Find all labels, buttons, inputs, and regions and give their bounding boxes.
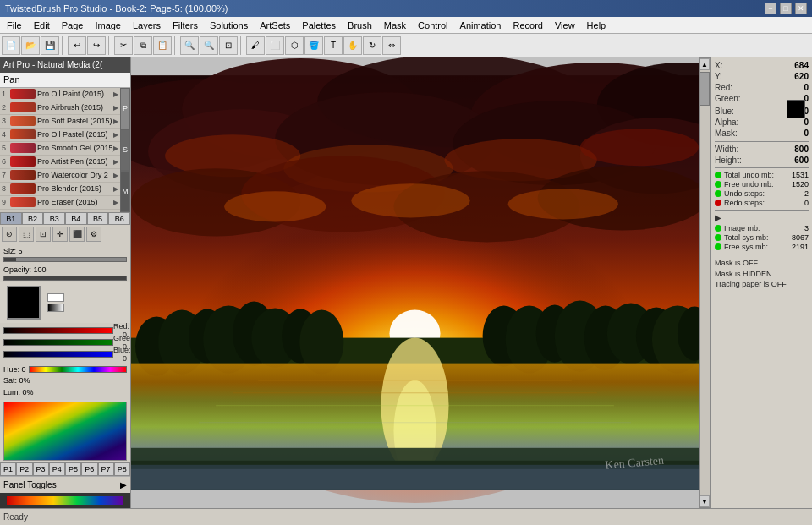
palette-tab-p1[interactable]: P1 — [0, 462, 16, 476]
menu-item-file[interactable]: File — [2, 19, 27, 32]
redo-button[interactable]: ↪ — [87, 36, 106, 55]
move-icon[interactable]: ✛ — [52, 227, 68, 242]
menu-item-control[interactable]: Control — [413, 19, 453, 32]
b-button-b1[interactable]: B1 — [0, 212, 22, 226]
menu-item-palettes[interactable]: Palettes — [297, 19, 341, 32]
total-undo-label: Total undo mb: — [724, 171, 792, 179]
palette-tab-p7[interactable]: P7 — [98, 462, 114, 476]
vertical-scrollbar[interactable]: ▲ ▼ — [699, 57, 710, 508]
mirror-button[interactable]: ⇔ — [382, 36, 401, 55]
eraser-tool-button[interactable]: ⬜ — [266, 36, 284, 55]
cut-button[interactable]: ✂ — [114, 36, 133, 55]
undo-button[interactable]: ↩ — [68, 36, 86, 55]
x-coord-row: X: 684 — [715, 61, 809, 70]
b-button-b4[interactable]: B4 — [65, 212, 87, 226]
p-button[interactable]: P — [120, 88, 130, 129]
minimize-button[interactable]: − — [765, 3, 776, 14]
palette-tab-p3[interactable]: P3 — [33, 462, 49, 476]
save-button[interactable]: 💾 — [41, 36, 59, 55]
palette-tab-p2[interactable]: P2 — [16, 462, 32, 476]
menu-item-edit[interactable]: Edit — [29, 19, 55, 32]
hue-slider[interactable] — [29, 366, 127, 373]
green-bar[interactable] — [3, 339, 113, 346]
b-buttons-row: B1B2B3B4B5B6 — [0, 212, 130, 226]
menu-item-filters[interactable]: Filters — [167, 19, 203, 32]
redo-steps-row: Redo steps: 0 — [715, 199, 809, 207]
fill-tool-button[interactable]: 🪣 — [304, 36, 323, 55]
select-tool-button[interactable]: ⬡ — [285, 36, 304, 55]
total-sys-dot — [715, 234, 721, 241]
brush-item-1[interactable]: 1 Pro Oil Paint (2015) ▶ — [0, 88, 120, 101]
b-button-b2[interactable]: B2 — [22, 212, 44, 226]
brush-item-5[interactable]: 5 Pro Smooth Gel (2015) ▶ — [0, 142, 120, 156]
menu-item-help[interactable]: Help — [582, 19, 612, 32]
white-swatch[interactable] — [47, 293, 64, 302]
palette-tab-p5[interactable]: P5 — [65, 462, 81, 476]
copy-button[interactable]: ⧉ — [134, 36, 152, 55]
opacity-slider[interactable] — [3, 276, 127, 281]
brush-item-4[interactable]: 4 Pro Oil Pastel (2015) ▶ — [0, 129, 120, 142]
scroll-thumb[interactable] — [700, 72, 710, 106]
scroll-down-arrow[interactable]: ▼ — [700, 495, 710, 507]
menu-item-mask[interactable]: Mask — [379, 19, 411, 32]
brush-item-7[interactable]: 7 Pro Watercolor Dry 2 ▶ — [0, 169, 120, 183]
total-sys-value: 8067 — [792, 233, 809, 242]
settings-icon[interactable]: ⚙ — [86, 227, 102, 242]
menu-item-artsets[interactable]: ArtSets — [255, 19, 295, 32]
panel-toggle[interactable]: Panel Toggles ▶ — [0, 476, 130, 493]
alpha-label: Alpha: — [715, 118, 738, 127]
maximize-button[interactable]: □ — [780, 3, 792, 14]
zoom-out-button[interactable]: 🔍 — [200, 36, 218, 55]
palette-tab-p4[interactable]: P4 — [49, 462, 65, 476]
menu-item-page[interactable]: Page — [57, 19, 89, 32]
menubar: FileEditPageImageLayersFiltersSolutionsA… — [0, 17, 812, 34]
color-palette[interactable] — [3, 402, 127, 461]
palette-tab-p6[interactable]: P6 — [81, 462, 97, 476]
rotate-button[interactable]: ↻ — [363, 36, 381, 55]
blue-bar[interactable] — [3, 351, 113, 358]
open-button[interactable]: 📂 — [21, 36, 40, 55]
menu-item-brush[interactable]: Brush — [343, 19, 377, 32]
zoom-fit-button[interactable]: ⊡ — [219, 36, 238, 55]
paste-button[interactable]: 📋 — [153, 36, 172, 55]
b-button-b6[interactable]: B6 — [108, 212, 130, 226]
brush-item-9[interactable]: 9 Pro Eraser (2015) ▶ — [0, 196, 120, 210]
menu-item-record[interactable]: Record — [508, 19, 547, 32]
brush-tool-button[interactable]: 🖌 — [246, 36, 265, 55]
crop-icon[interactable]: ⊡ — [36, 227, 51, 242]
brush-item-8[interactable]: 8 Pro Blender (2015) ▶ — [0, 183, 120, 196]
svg-point-21 — [508, 189, 618, 219]
brush-item-2[interactable]: 2 Pro Airbrush (2015) ▶ — [0, 101, 120, 115]
menu-item-animation[interactable]: Animation — [455, 19, 507, 32]
new-button[interactable]: 📄 — [2, 36, 20, 55]
gray-swatch[interactable] — [47, 304, 64, 312]
color-swatch[interactable] — [7, 286, 41, 320]
stamp-icon[interactable]: ⬛ — [69, 227, 85, 242]
text-tool-button[interactable]: T — [324, 36, 343, 55]
toolbar-separator3 — [174, 36, 178, 55]
red-bar[interactable] — [3, 327, 113, 334]
select-rect-icon[interactable]: ⬚ — [19, 227, 34, 242]
menu-item-view[interactable]: View — [550, 19, 580, 32]
lasso-icon[interactable]: ⊙ — [2, 227, 17, 242]
bottom-color-bar[interactable] — [0, 493, 130, 508]
scroll-up-arrow[interactable]: ▲ — [700, 58, 710, 70]
size-slider[interactable] — [3, 257, 127, 262]
m-button[interactable]: M — [120, 171, 130, 212]
close-button[interactable]: ✕ — [795, 3, 807, 14]
b-button-b5[interactable]: B5 — [87, 212, 109, 226]
menu-item-layers[interactable]: Layers — [128, 19, 166, 32]
pan-tool-button[interactable]: ✋ — [343, 36, 362, 55]
menu-item-solutions[interactable]: Solutions — [205, 19, 253, 32]
menu-item-image[interactable]: Image — [90, 19, 126, 32]
brush-item-3[interactable]: 3 Pro Soft Pastel (2015) ▶ — [0, 115, 120, 129]
canvas-wrapper[interactable]: Ken Carsten — [131, 57, 699, 508]
hsl-section: Hue: 0 Sat: 0% Lum: 0% — [0, 362, 130, 400]
s-button[interactable]: S — [120, 129, 130, 171]
b-button-b3[interactable]: B3 — [43, 212, 65, 226]
brush-list: 1 Pro Oil Paint (2015) ▶ 2 Pro Airbrush … — [0, 88, 120, 212]
palette-tab-p8[interactable]: P8 — [114, 462, 130, 476]
size-label: Siz: 5 — [3, 247, 23, 255]
zoom-in-button[interactable]: 🔍 — [180, 36, 199, 55]
brush-item-6[interactable]: 6 Pro Artist Pen (2015) ▶ — [0, 156, 120, 169]
